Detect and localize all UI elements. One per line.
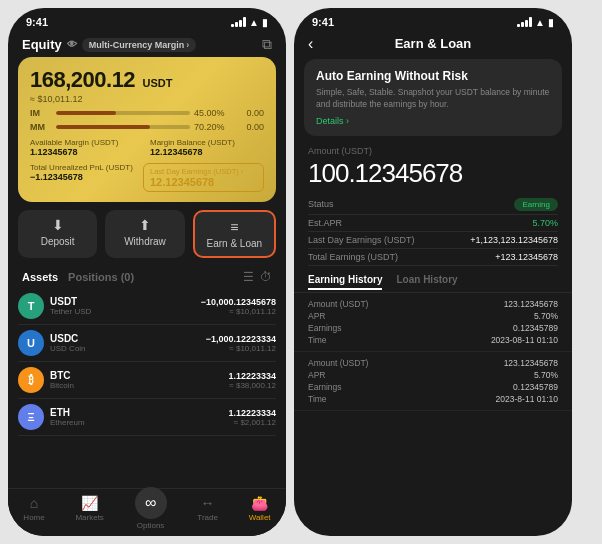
tab-loan-history[interactable]: Loan History bbox=[396, 274, 457, 290]
history-row: Time 2023-8-11 01:10 bbox=[308, 393, 558, 405]
asset-view-icons: ☰ ⏱ bbox=[243, 270, 272, 284]
nav-home[interactable]: ⌂ Home bbox=[23, 495, 44, 524]
usdc-amount: −1,000.12223334 bbox=[206, 334, 276, 344]
usdt-logo: T bbox=[18, 293, 44, 319]
history-row: Amount (USDT) 123.12345678 bbox=[308, 357, 558, 369]
deposit-icon: ⬇ bbox=[52, 217, 64, 233]
h2-apr-label: APR bbox=[308, 370, 325, 380]
markets-label: Markets bbox=[75, 513, 103, 522]
amount-value: 100.12345678 bbox=[308, 158, 558, 189]
equity-header: Equity 👁 Multi-Currency Margin ⧉ bbox=[8, 32, 286, 57]
auto-earning-title: Auto Earning Without Risk bbox=[316, 69, 550, 83]
mm-label: MM bbox=[30, 122, 52, 132]
asset-item-usdc: U USDC USD Coin −1,000.12223334 ≈ $10,01… bbox=[18, 325, 276, 362]
list-icon[interactable]: ☰ bbox=[243, 270, 254, 284]
stat-last-day: Last Day Earnings (USDT) +1,123,123.1234… bbox=[308, 232, 558, 249]
amount-label: Amount (USDT) bbox=[308, 146, 558, 156]
equity-card: 168,200.12 USDT ≈ $10,011.12 IM 45.00% 0… bbox=[18, 57, 276, 202]
last-day-earnings-value: +1,123,123.12345678 bbox=[470, 235, 558, 245]
equity-eye-icon[interactable]: 👁 bbox=[67, 39, 77, 50]
stat-status: Status Earning bbox=[308, 195, 558, 215]
balance-label: Margin Balance (USDT) bbox=[150, 138, 264, 147]
usdt-name: Tether USD bbox=[50, 307, 201, 316]
eth-name: Ethereum bbox=[50, 418, 228, 427]
usdt-symbol: USDT bbox=[50, 296, 201, 307]
right-content: ‹ Earn & Loan Auto Earning Without Risk … bbox=[294, 32, 572, 524]
back-button[interactable]: ‹ bbox=[308, 35, 313, 53]
h1-amount-label: Amount (USDT) bbox=[308, 299, 368, 309]
battery-icon: ▮ bbox=[262, 17, 268, 28]
unrealized-val: −1.12345678 bbox=[30, 172, 137, 182]
total-earnings-label: Total Earnings (USDT) bbox=[308, 252, 398, 262]
history-entry-2: Amount (USDT) 123.12345678 APR 5.70% Ear… bbox=[294, 352, 572, 411]
tab-assets[interactable]: Assets bbox=[22, 271, 58, 283]
mm-progress bbox=[56, 125, 190, 129]
available-label: Available Margin (USDT) bbox=[30, 138, 144, 147]
h2-earnings-label: Earnings bbox=[308, 382, 342, 392]
usdc-symbol: USDC bbox=[50, 333, 206, 344]
last-day-earnings-label: Last Day Earnings (USDT) bbox=[308, 235, 415, 245]
eth-amount: 1.12223334 bbox=[228, 408, 276, 418]
status-label: Status bbox=[308, 199, 334, 209]
earn-loan-button[interactable]: ≡ Earn & Loan bbox=[193, 210, 276, 258]
options-center-icon: ∞ bbox=[135, 487, 167, 519]
left-content: Equity 👁 Multi-Currency Margin ⧉ 168,200… bbox=[8, 32, 286, 524]
usdt-values: −10,000.12345678 ≈ $10,011.12 bbox=[201, 297, 276, 316]
h1-earnings-value: 0.12345789 bbox=[513, 323, 558, 333]
h2-time-label: Time bbox=[308, 394, 327, 404]
eth-info: ETH Ethereum bbox=[50, 407, 228, 427]
options-label: Options bbox=[137, 521, 165, 524]
status-icons-left: ▲ ▮ bbox=[231, 17, 268, 28]
details-link[interactable]: Details › bbox=[316, 116, 550, 126]
auto-earning-desc: Simple, Safe, Stable. Snapshot your USDT… bbox=[316, 87, 550, 111]
eth-symbol: ETH bbox=[50, 407, 228, 418]
balance-val: 12.12345678 bbox=[150, 147, 264, 157]
wallet-label: Wallet bbox=[249, 513, 271, 522]
history-row: Earnings 0.12345789 bbox=[308, 381, 558, 393]
battery-icon-right: ▮ bbox=[548, 17, 554, 28]
auto-earning-card: Auto Earning Without Risk Simple, Safe, … bbox=[304, 59, 562, 136]
unrealized-label: Total Unrealized PnL (USDT) bbox=[30, 163, 137, 172]
history-row: APR 5.70% bbox=[308, 310, 558, 322]
equity-label: Equity bbox=[22, 37, 62, 52]
nav-trade[interactable]: ↔ Trade bbox=[197, 495, 218, 524]
nav-options[interactable]: ∞ Options bbox=[135, 495, 167, 524]
h2-time-value: 2023-8-11 01:10 bbox=[496, 394, 558, 404]
home-label: Home bbox=[23, 513, 44, 522]
nav-wallet[interactable]: 👛 Wallet bbox=[249, 495, 271, 524]
filter-icon[interactable]: ⏱ bbox=[260, 270, 272, 284]
h1-time-label: Time bbox=[308, 335, 327, 345]
mm-pct: 70.20% bbox=[194, 122, 232, 132]
last-day-earnings-box: Last Day Earnings (USDT) › 12.12345678 bbox=[143, 163, 264, 192]
usdt-usd: ≈ $10,011.12 bbox=[201, 307, 276, 316]
home-icon: ⌂ bbox=[30, 495, 38, 511]
nav-markets[interactable]: 📈 Markets bbox=[75, 495, 103, 524]
deposit-button[interactable]: ⬇ Deposit bbox=[18, 210, 97, 258]
deposit-label: Deposit bbox=[41, 236, 75, 247]
history-row: APR 5.70% bbox=[308, 369, 558, 381]
h2-apr-value: 5.70% bbox=[534, 370, 558, 380]
asset-item-btc: ₿ BTC Bitcoin 1.12223334 ≈ $38,000.12 bbox=[18, 362, 276, 399]
status-badge: Earning bbox=[514, 198, 558, 211]
usdc-values: −1,000.12223334 ≈ $10,011.12 bbox=[206, 334, 276, 353]
tab-earning-history[interactable]: Earning History bbox=[308, 274, 382, 290]
usdt-info: USDT Tether USD bbox=[50, 296, 201, 316]
tab-positions[interactable]: Positions (0) bbox=[68, 271, 134, 283]
usdt-amount: −10,000.12345678 bbox=[201, 297, 276, 307]
earn-loan-icon: ≡ bbox=[230, 219, 238, 235]
copy-icon[interactable]: ⧉ bbox=[262, 36, 272, 53]
usdc-usd: ≈ $10,011.12 bbox=[206, 344, 276, 353]
unrealized-pnl-box: Total Unrealized PnL (USDT) −1.12345678 bbox=[30, 163, 137, 192]
equity-metrics: Available Margin (USDT) 1.12345678 Margi… bbox=[30, 138, 264, 157]
equity-unit: USDT bbox=[143, 77, 173, 89]
history-tabs: Earning History Loan History bbox=[294, 268, 572, 293]
currency-margin-badge[interactable]: Multi-Currency Margin bbox=[82, 38, 197, 52]
im-progress bbox=[56, 111, 190, 115]
earn-loan-title: Earn & Loan bbox=[395, 36, 472, 51]
eth-logo: Ξ bbox=[18, 404, 44, 430]
im-val: 0.00 bbox=[236, 108, 264, 118]
withdraw-button[interactable]: ⬆ Withdraw bbox=[105, 210, 184, 258]
status-bar-left: 9:41 ▲ ▮ bbox=[8, 8, 286, 32]
status-bar-right: 9:41 ▲ ▮ bbox=[294, 8, 572, 32]
last-day-val: 12.12345678 bbox=[150, 176, 257, 188]
